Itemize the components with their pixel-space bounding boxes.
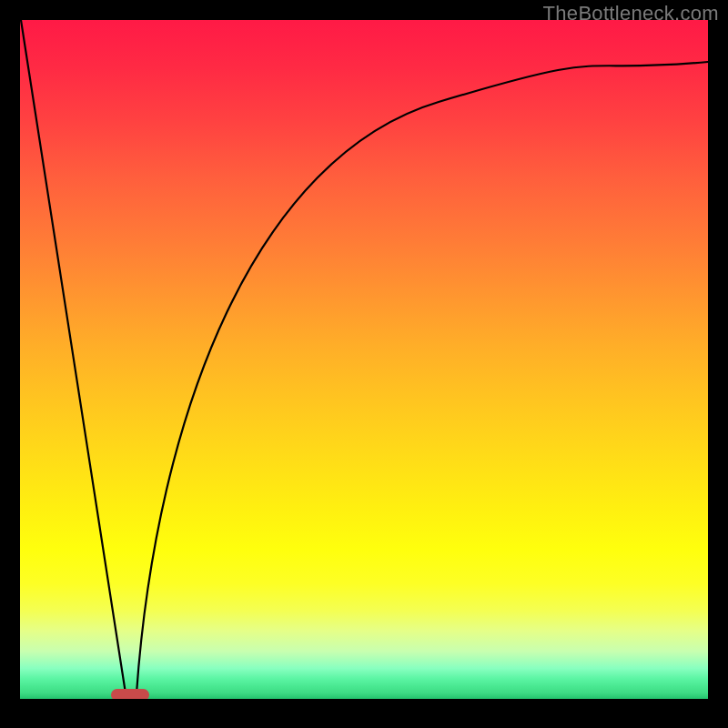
plot-area (20, 20, 708, 699)
curve-right (136, 62, 708, 693)
optimal-marker (111, 689, 149, 699)
curve-left (21, 20, 126, 693)
chart-frame (20, 20, 708, 708)
bottleneck-curve (20, 20, 708, 699)
